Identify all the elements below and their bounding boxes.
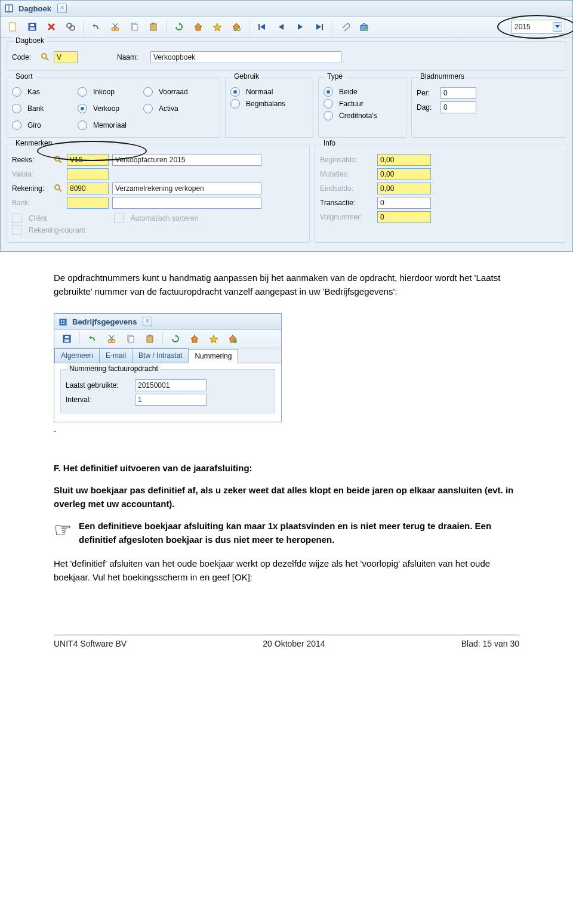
bladnummers-group: Bladnummers Per:0 Dag:0 xyxy=(411,77,566,138)
bank-code-input[interactable] xyxy=(67,197,109,209)
rekening-code-input[interactable]: 8090 xyxy=(67,183,109,194)
note-block: ☞ Een definitieve boekjaar afsluiting ka… xyxy=(54,520,519,546)
year-select-wrapper: 2015 xyxy=(508,18,569,35)
opt-verkoop: Verkoop xyxy=(93,104,119,113)
favorite-icon[interactable] xyxy=(205,330,223,348)
radio-factuur[interactable] xyxy=(324,99,333,109)
eindsaldo-value: 0,00 xyxy=(377,183,431,194)
heading-f: F. Het definitief uitvoeren van de jaara… xyxy=(54,462,519,475)
find-icon[interactable] xyxy=(61,18,79,36)
copy-icon[interactable] xyxy=(125,18,143,36)
refresh-icon[interactable] xyxy=(167,330,184,348)
radio-beide[interactable] xyxy=(324,87,333,97)
radio-inkoop[interactable] xyxy=(78,87,87,97)
paragraph-3: Het 'definitief' afsluiten van het oude … xyxy=(54,557,519,584)
laatst-input[interactable]: 20150001 xyxy=(135,379,207,391)
svg-rect-27 xyxy=(258,24,260,30)
radio-activa[interactable] xyxy=(143,104,153,113)
svg-point-12 xyxy=(112,28,115,31)
autosort-checkbox[interactable] xyxy=(114,214,124,223)
svg-rect-59 xyxy=(149,335,151,336)
bank-desc-input[interactable] xyxy=(112,197,261,209)
last-icon[interactable] xyxy=(310,18,328,36)
favorite-icon[interactable] xyxy=(208,18,226,36)
svg-point-42 xyxy=(55,185,60,190)
page-footer: UNIT4 Software BV 20 Oktober 2014 Blad: … xyxy=(54,635,519,648)
close-icon[interactable]: ✕ xyxy=(57,4,67,13)
toolbar: + 2015 xyxy=(1,17,572,38)
tab-btw[interactable]: Btw / Intrastat xyxy=(132,348,189,363)
first-icon[interactable] xyxy=(253,18,271,36)
info-title: Info xyxy=(321,139,338,147)
home-add-icon[interactable] xyxy=(227,18,245,36)
module-icon[interactable]: + xyxy=(355,18,373,36)
prev-icon[interactable] xyxy=(272,18,290,36)
attach-icon[interactable] xyxy=(336,18,354,36)
magnify-icon[interactable] xyxy=(54,184,63,193)
opt-giro: Giro xyxy=(27,121,41,129)
svg-rect-48 xyxy=(63,323,64,324)
opt-beide: Beide xyxy=(339,88,358,96)
client-checkbox[interactable] xyxy=(12,214,21,223)
home-icon[interactable] xyxy=(186,330,204,348)
home-add-icon[interactable] xyxy=(224,330,242,348)
paragraph-1: De opdrachtnummers kunt u handmatig aanp… xyxy=(54,271,519,298)
window-title: Dagboek xyxy=(19,4,51,13)
radio-memoriaal[interactable] xyxy=(78,120,87,130)
opt-beginbalans: Beginbalans xyxy=(246,100,285,108)
svg-rect-50 xyxy=(65,336,69,338)
home-icon[interactable] xyxy=(189,18,207,36)
svg-rect-17 xyxy=(133,24,137,30)
rc-checkbox[interactable] xyxy=(12,225,21,235)
cut-icon[interactable] xyxy=(103,330,121,348)
radio-verkoop[interactable] xyxy=(78,104,87,113)
cut-icon[interactable] xyxy=(106,18,124,36)
dagboek-window: Dagboek ✕ + xyxy=(0,0,573,252)
valuta-input[interactable] xyxy=(67,168,109,180)
bedrijfsgegevens-window: Bedrijfsgegevens ✕ Algemeen E-mail Btw /… xyxy=(54,313,282,422)
magnify-icon[interactable] xyxy=(41,52,50,62)
radio-creditnota[interactable] xyxy=(324,111,333,120)
paste-icon[interactable] xyxy=(141,330,159,348)
radio-beginbalans[interactable] xyxy=(230,99,240,109)
paste-icon[interactable] xyxy=(144,18,162,36)
refresh-icon[interactable] xyxy=(170,18,188,36)
tab-nummering[interactable]: Nummering xyxy=(188,349,238,363)
delete-icon[interactable] xyxy=(42,18,60,36)
radio-voorraad[interactable] xyxy=(143,87,153,97)
save-icon[interactable] xyxy=(23,18,41,36)
annotation-oval-reeks xyxy=(37,141,147,161)
naam-input[interactable]: Verkoopboek xyxy=(150,51,341,63)
tab-algemeen[interactable]: Algemeen xyxy=(54,348,100,363)
radio-bank[interactable] xyxy=(12,104,21,113)
close-icon[interactable]: ✕ xyxy=(143,317,152,326)
undo-icon[interactable] xyxy=(87,18,105,36)
tab-email[interactable]: E-mail xyxy=(99,348,133,363)
copy-icon[interactable] xyxy=(122,330,140,348)
svg-rect-7 xyxy=(30,27,35,30)
opt-inkoop: Inkoop xyxy=(93,88,115,96)
titlebar: Dagboek ✕ xyxy=(1,1,572,17)
svg-marker-29 xyxy=(279,24,284,30)
book-icon xyxy=(4,3,15,14)
transactie-input[interactable]: 0 xyxy=(377,197,431,209)
reeks-label: Reeks: xyxy=(12,156,50,164)
radio-normaal[interactable] xyxy=(230,87,240,97)
per-input[interactable]: 0 xyxy=(440,87,476,99)
code-input[interactable]: V xyxy=(54,51,78,63)
undo-icon[interactable] xyxy=(84,330,101,348)
info-group: Info Beginsaldo:0,00 Mutaties:0,00 Einds… xyxy=(315,144,566,243)
next-icon[interactable] xyxy=(291,18,309,36)
dag-input[interactable]: 0 xyxy=(440,101,476,113)
footer-right: Blad: 15 van 30 xyxy=(461,639,519,648)
svg-point-13 xyxy=(116,28,119,31)
interval-input[interactable]: 1 xyxy=(135,394,207,406)
save-icon[interactable] xyxy=(58,330,76,348)
valuta-label: Valuta: xyxy=(12,170,50,178)
svg-point-64 xyxy=(233,339,237,343)
new-icon[interactable] xyxy=(4,18,22,36)
rc-label: Rekening-courant xyxy=(29,226,85,234)
radio-giro[interactable] xyxy=(12,120,21,130)
radio-kas[interactable] xyxy=(12,87,21,97)
rekening-desc-input[interactable]: Verzamelrekening verkopen xyxy=(112,183,261,194)
